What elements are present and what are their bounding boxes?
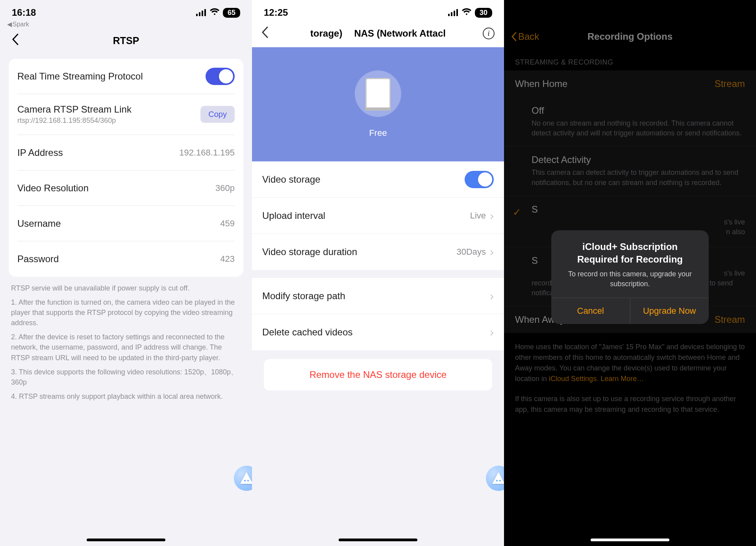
- svg-marker-11: [492, 472, 504, 484]
- assistant-fab[interactable]: [486, 466, 504, 491]
- option-detect-desc: This camera can detect activity to trigg…: [532, 168, 745, 187]
- when-home-label: When Home: [515, 78, 567, 89]
- storage-duration-label: Video storage duration: [262, 246, 357, 257]
- back-button[interactable]: Back: [511, 31, 539, 42]
- settings-group-2: Modify storage path Delete cached videos: [252, 278, 504, 350]
- settings-group-1: Video storage Upload interval Live Video…: [252, 161, 504, 270]
- storage-duration-value: 30Days: [456, 247, 486, 257]
- storage-path-row[interactable]: Modify storage path: [252, 278, 504, 314]
- stream-link-label: Camera RTSP Stream Link: [17, 104, 132, 115]
- option-detect-title: Detect Activity: [532, 154, 745, 165]
- nas-hero: Free: [252, 47, 504, 161]
- svg-marker-4: [240, 472, 252, 484]
- battery-icon: 65: [223, 8, 240, 18]
- battery-icon: 30: [475, 8, 492, 18]
- status-time: 16:18: [12, 7, 36, 18]
- rtsp-screen: 16:18 65 ◀ Spark RTSP Real Time Streamin…: [0, 0, 252, 546]
- rtsp-toggle[interactable]: [206, 68, 235, 85]
- note-2: 2. After the device is reset to factory …: [11, 332, 241, 363]
- svg-point-12: [496, 480, 498, 481]
- info-icon[interactable]: i: [483, 28, 495, 39]
- plan-label: Free: [369, 128, 387, 138]
- settings-card: Real Time Streaming Protocol Camera RTSP…: [9, 59, 243, 277]
- option-off[interactable]: Off No one can stream and nothing is rec…: [504, 97, 756, 146]
- when-home-value: Stream: [715, 78, 745, 89]
- note-0: RTSP servie will be unavailable if power…: [11, 283, 241, 293]
- remove-nas-button[interactable]: Remove the NAS storage device: [264, 359, 492, 391]
- when-away-value: Stream: [715, 314, 745, 325]
- resolution-label: Video Resolution: [17, 183, 89, 194]
- ip-value: 192.168.1.195: [179, 148, 235, 158]
- storage-duration-row[interactable]: Video storage duration 30Days: [252, 234, 504, 270]
- svg-point-6: [247, 480, 249, 481]
- option-stream-title: S: [532, 204, 745, 215]
- upload-interval-value: Live: [470, 211, 486, 221]
- learn-more-link[interactable]: Learn More…: [600, 375, 644, 383]
- note-1: 1. After the function is turned on, the …: [11, 297, 241, 328]
- home-indicator[interactable]: [87, 539, 165, 541]
- nav-title-right[interactable]: NAS (Network Attacl: [354, 28, 445, 39]
- signal-icon: [196, 9, 206, 16]
- status-time: 12:25: [264, 7, 288, 18]
- when-home-row[interactable]: When Home Stream: [504, 70, 756, 97]
- rtsp-label: Real Time Streaming Protocol: [17, 71, 143, 82]
- status-bar: 16:18 65: [0, 0, 252, 20]
- stream-link-row: Camera RTSP Stream Link rtsp://192.168.1…: [17, 94, 235, 135]
- alert-upgrade-button[interactable]: Upgrade Now: [630, 298, 709, 324]
- wifi-icon: [209, 7, 220, 18]
- svg-rect-8: [451, 12, 452, 16]
- note-3: 3. This device supports the following vi…: [11, 367, 241, 387]
- svg-point-13: [499, 480, 501, 481]
- password-row: Password 423: [17, 241, 235, 277]
- upload-interval-row[interactable]: Upload interval Live: [252, 198, 504, 234]
- delete-cached-label: Delete cached videos: [262, 327, 352, 338]
- delete-cached-row[interactable]: Delete cached videos: [252, 314, 504, 350]
- rtsp-toggle-row: Real Time Streaming Protocol: [17, 59, 235, 94]
- video-storage-toggle[interactable]: [465, 171, 494, 188]
- back-button[interactable]: [12, 33, 19, 48]
- alert-message: To record on this camera, upgrade your s…: [561, 269, 699, 289]
- recording-options-screen: Back Recording Options STREAMING & RECOR…: [504, 0, 756, 546]
- svg-rect-0: [196, 14, 198, 16]
- ip-row: IP Address 192.168.1.195: [17, 135, 235, 170]
- upload-interval-label: Upload interval: [262, 210, 325, 221]
- option-off-desc: No one can stream and nothing is recorde…: [532, 118, 745, 138]
- section-header: STREAMING & RECORDING: [504, 50, 756, 70]
- status-bar: 12:25 30: [252, 0, 504, 20]
- nas-device-icon: [355, 70, 401, 117]
- username-value: 459: [220, 218, 235, 229]
- copy-button[interactable]: Copy: [200, 106, 235, 123]
- back-button[interactable]: [261, 26, 269, 41]
- resolution-value: 360p: [215, 183, 235, 193]
- alert-title: iCloud+ Subscription Required for Record…: [561, 241, 699, 266]
- signal-icon: [448, 9, 458, 16]
- username-row: Username 459: [17, 206, 235, 241]
- svg-rect-7: [448, 14, 450, 16]
- home-indicator[interactable]: [591, 539, 669, 541]
- nav-title-left[interactable]: torage): [310, 28, 342, 39]
- nas-screen: 12:25 30 torage) NAS (Network Attacl i F…: [252, 0, 504, 546]
- wifi-icon: [461, 7, 472, 18]
- video-storage-row: Video storage: [252, 161, 504, 198]
- resolution-row[interactable]: Video Resolution 360p: [17, 170, 235, 206]
- icloud-settings-link[interactable]: iCloud Settings: [549, 375, 597, 383]
- note-4: 4. RTSP streams only support playback wi…: [11, 391, 241, 402]
- svg-rect-10: [456, 9, 458, 16]
- notes: RTSP servie will be unavailable if power…: [0, 283, 252, 402]
- footer-p1: Home uses the location of "James' 15 Pro…: [515, 342, 745, 384]
- option-detect[interactable]: Detect Activity This camera can detect a…: [504, 146, 756, 196]
- footer-p2: If this camera is also set up to use a r…: [515, 394, 745, 415]
- footer-text: Home uses the location of "James' 15 Pro…: [504, 333, 756, 424]
- page-title: RTSP: [113, 35, 139, 46]
- svg-rect-1: [199, 12, 200, 16]
- password-label: Password: [17, 254, 59, 265]
- back-to-app[interactable]: ◀ Spark: [0, 20, 252, 29]
- page-title: Recording Options: [587, 31, 673, 42]
- icloud-alert: iCloud+ Subscription Required for Record…: [551, 230, 709, 324]
- home-indicator[interactable]: [339, 539, 417, 541]
- stream-link-value: rtsp://192.168.1.195:8554/360p: [17, 117, 132, 125]
- content-behind-alert: Back Recording Options STREAMING & RECOR…: [504, 24, 756, 424]
- assistant-fab[interactable]: [234, 466, 252, 491]
- alert-cancel-button[interactable]: Cancel: [551, 298, 630, 324]
- checkmark-icon: ✓: [513, 206, 521, 218]
